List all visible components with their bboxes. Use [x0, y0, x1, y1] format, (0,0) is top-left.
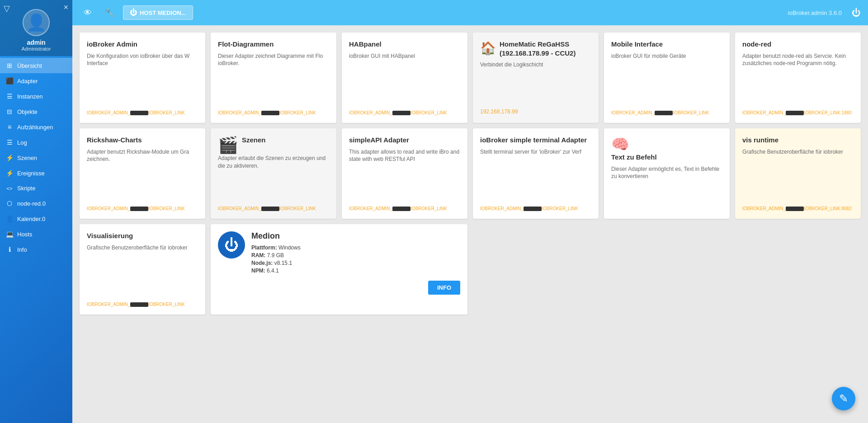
sidebar-item-hosts[interactable]: 💻 Hosts [0, 226, 72, 242]
info-icon: ℹ [5, 246, 14, 253]
fab-button[interactable]: ✎ [832, 387, 855, 410]
redacted-block [261, 111, 279, 115]
card-rickshaw: Rickshaw-Charts Adapter benutzt Rickshaw… [80, 128, 205, 219]
user-name: admin [27, 39, 45, 46]
card-title: Szenen [242, 136, 266, 145]
avatar: 👤 [23, 9, 50, 36]
redacted-block [655, 111, 673, 115]
header: 👁 🔧 ⏻ HOST MEDION... ioBroker.admin 3.6.… [72, 0, 868, 25]
card-title: ioBroker simple terminal Adapter [480, 136, 591, 145]
main-area: 👁 🔧 ⏻ HOST MEDION... ioBroker.admin 3.6.… [72, 0, 868, 423]
card-desc: Grafische Benutzeroberfläche für iobroke… [87, 244, 198, 297]
redacted-block [261, 207, 279, 211]
shutdown-icon[interactable]: ⏻ [852, 8, 861, 18]
sidebar-item-info[interactable]: ℹ Info [0, 242, 72, 257]
redacted-block [786, 207, 804, 211]
card-title: node-red [742, 40, 854, 49]
sidebar-item-objekte[interactable]: ⊟ Objekte [0, 104, 72, 119]
aufzahlungen-icon: ≡ [5, 123, 14, 131]
eye-button[interactable]: 👁 [80, 5, 96, 21]
card-footer: IOBROKER_ADMIN_IOBROKER_LINK:8082 [742, 206, 854, 212]
grid-icon: ⊞ [5, 62, 14, 69]
cards-row-3: Visualisierung Grafische Benutzeroberflä… [80, 224, 861, 315]
log-icon: ☰ [5, 139, 14, 146]
card-title: vis runtime [742, 136, 854, 145]
user-avatar-icon: 👤 [26, 13, 47, 32]
close-icon[interactable]: ✕ [63, 4, 69, 11]
sidebar-item-adapter[interactable]: ⬛ Adapter [0, 73, 72, 89]
card-desc: Stellt terminal server für 'ioBroker' zu… [480, 148, 591, 202]
app-logo-icon: ▽ [4, 4, 10, 14]
card-terminal: ioBroker simple terminal Adapter Stellt … [473, 128, 599, 219]
card-flot: Flot-Diagrammen Dieser Adapter zeichnet … [211, 33, 336, 123]
node-red-icon: ⬡ [5, 200, 14, 207]
card-desc: Verbindet die Logikschicht [480, 61, 591, 104]
redacted-block [524, 207, 542, 211]
card-desc: Adapter benutzt node-red als Servcie. Ke… [742, 52, 854, 106]
card-title: Mobile Interface [611, 40, 722, 49]
card-node-red: node-red Adapter benutzt node-red als Se… [735, 33, 861, 123]
wrench-icon: 🔧 [104, 8, 114, 18]
ip-address: 192.168.178.99 [480, 108, 518, 115]
card-title: Rickshaw-Charts [87, 136, 198, 145]
kalender-icon: 👤 [5, 215, 14, 222]
sidebar-item-skripte[interactable]: <> Skripte [0, 181, 72, 196]
card-desc: ioBroker GUI mit HABpanel [349, 52, 460, 106]
host-card-medion: ⏻ Medion Plattform: Windows RAM: 7.9 GB [211, 224, 467, 315]
host-card-inner: ⏻ Medion Plattform: Windows RAM: 7.9 GB [218, 231, 460, 275]
sidebar-item-szenen[interactable]: ⚡ Szenen [0, 150, 72, 165]
empty-col-1 [473, 224, 599, 315]
host-info-button[interactable]: INFO [428, 281, 460, 295]
host-badge[interactable]: ⏻ HOST MEDION... [123, 5, 193, 20]
power-circle-icon: ⏻ [130, 9, 137, 17]
sidebar-item-log[interactable]: ☰ Log [0, 135, 72, 150]
cards-row-2: Rickshaw-Charts Adapter benutzt Rickshaw… [80, 128, 861, 219]
card-simpleapi: simpleAPI Adapter This adapter allows to… [342, 128, 467, 219]
card-footer: IOBROKER_ADMIN_IOBROKER_LINK [87, 206, 198, 212]
host-info: Medion Plattform: Windows RAM: 7.9 GB No… [251, 231, 460, 275]
sidebar-item-instanzen[interactable]: ☰ Instanzen [0, 89, 72, 104]
sidebar-item-ereignisse[interactable]: ⚡ Ereignisse [0, 165, 72, 181]
card-homematic: 🏠 HomeMatic ReGaHSS (192.168.178.99 - CC… [473, 33, 599, 123]
sidebar-item-aufzahlungen[interactable]: ≡ Aufzählungen [0, 119, 72, 135]
card-desc: Grafische Benutzeroberfläche für iobroke… [742, 148, 854, 202]
empty-col-2 [604, 224, 730, 315]
instanzen-icon: ☰ [5, 93, 14, 100]
redacted-block [130, 111, 148, 115]
card-title: HABpanel [349, 40, 460, 49]
cards-row-1: ioBroker Admin Die Konfiguration von ioB… [80, 33, 861, 123]
card-footer: IOBROKER_ADMIN_IOBROKER_LINK [218, 110, 329, 116]
brain-icon: 🧠 [611, 136, 629, 153]
card-vis-runtime: vis runtime Grafische Benutzeroberfläche… [735, 128, 861, 219]
host-name: Medion [251, 231, 460, 241]
sidebar-item-node-red[interactable]: ⬡ node-red.0 [0, 196, 72, 211]
host-npm: NPM: 6.4.1 [251, 268, 460, 274]
skripte-icon: <> [5, 186, 14, 191]
card-visualisierung: Visualisierung Grafische Benutzeroberflä… [80, 224, 205, 315]
objekte-icon: ⊟ [5, 108, 14, 115]
card-desc: This adapter allows to read and write iB… [349, 148, 460, 202]
card-iobroker-admin: ioBroker Admin Die Konfiguration von ioB… [80, 33, 205, 123]
sidebar-nav: ⊞ Übersicht ⬛ Adapter ☰ Instanzen ⊟ Obje… [0, 56, 72, 423]
hosts-icon: 💻 [5, 230, 14, 238]
sidebar: ▽ ✕ 👤 admin Administrator ⊞ Übersicht ⬛ … [0, 0, 72, 423]
card-title: HomeMatic ReGaHSS (192.168.178.99 - CCU2… [500, 40, 591, 57]
sidebar-item-ubersicht[interactable]: ⊞ Übersicht [0, 58, 72, 73]
homematic-icon: 🏠 [480, 41, 496, 56]
card-szenen: 🎬 Szenen Adapter erlaubt die Szenen zu e… [211, 128, 336, 219]
card-habpanel: HABpanel ioBroker GUI mit HABpanel IOBRO… [342, 33, 467, 123]
card-text-befehl: 🧠 Text zu Befehl Dieser Adapter ermöglic… [604, 128, 730, 219]
wrench-button[interactable]: 🔧 [101, 5, 118, 21]
sidebar-item-kalender[interactable]: 👤 Kalender.0 [0, 211, 72, 226]
redacted-block [130, 302, 148, 307]
card-title: Text zu Befehl [611, 153, 722, 162]
redacted-block [392, 111, 410, 115]
host-platform: Plattform: Windows [251, 244, 460, 251]
card-footer: IOBROKER_ADMIN_IOBROKER_LINK [87, 301, 198, 307]
card-title: simpleAPI Adapter [349, 136, 460, 145]
content-area: ioBroker Admin Die Konfiguration von ioB… [72, 25, 868, 423]
card-footer: IOBROKER_ADMIN_IOBROKER_LINK:1880 [742, 110, 854, 116]
card-desc: Dieser Adapter zeichnet Diagramme mit Fl… [218, 52, 329, 106]
card-title: Visualisierung [87, 231, 198, 240]
eye-icon: 👁 [84, 8, 92, 18]
